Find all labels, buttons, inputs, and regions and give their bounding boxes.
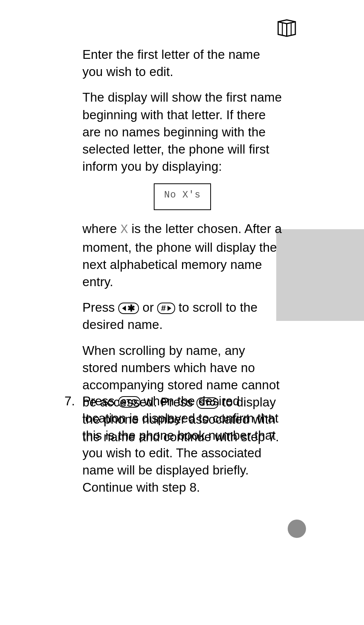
numbered-step-7: 7. Press STO when the desired location i… xyxy=(64,392,282,496)
paragraph: where X is the letter chosen. After a mo… xyxy=(82,220,282,290)
book-icon xyxy=(276,17,297,40)
placeholder-letter: X xyxy=(121,221,128,238)
hash-right-key-icon: # xyxy=(157,303,175,314)
paragraph: Press ✱ or # to scroll to the desired na… xyxy=(82,299,282,333)
star-left-key-icon: ✱ xyxy=(118,303,139,314)
section-tab xyxy=(276,229,364,321)
step-body: Press STO when the desired location is d… xyxy=(82,392,282,496)
paragraph: The display will show the first name beg… xyxy=(82,89,282,175)
page-indicator-dot xyxy=(288,520,306,538)
lcd-display-example: No X's xyxy=(154,183,211,210)
step-number: 7. xyxy=(64,392,75,410)
paragraph: Enter the first letter of the name you w… xyxy=(82,46,282,80)
sto-key-icon: STO xyxy=(118,396,140,408)
manual-page: Enter the first letter of the name you w… xyxy=(0,0,364,625)
